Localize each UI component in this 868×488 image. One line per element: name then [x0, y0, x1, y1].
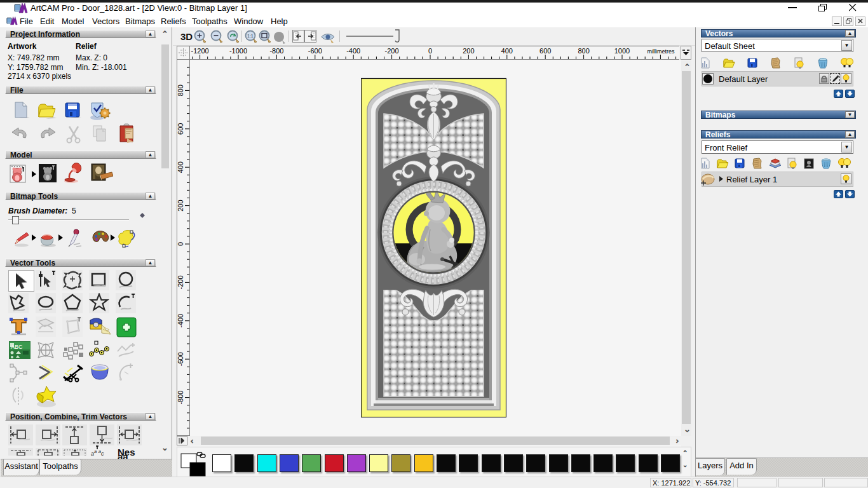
svg-text:-800: -800 [269, 47, 283, 55]
svg-text:-200: -200 [385, 47, 399, 55]
svg-text:-600: -600 [177, 352, 184, 366]
svg-text:200: 200 [463, 47, 474, 55]
svg-text:-600: -600 [308, 47, 322, 55]
svg-text:1:1: 1:1 [247, 34, 254, 38]
svg-text:600: 600 [539, 47, 551, 55]
svg-text:0: 0 [428, 47, 432, 55]
svg-text:400: 400 [177, 161, 184, 173]
svg-text:-1200: -1200 [191, 47, 209, 55]
svg-text:-1000: -1000 [229, 47, 247, 55]
svg-text:800: 800 [177, 85, 184, 96]
svg-text:-200: -200 [177, 275, 184, 289]
svg-text:0: 0 [177, 242, 184, 246]
svg-text:200: 200 [177, 200, 184, 211]
svg-text:800: 800 [578, 47, 589, 55]
svg-text:1000: 1000 [614, 47, 630, 55]
svg-text:ABC: ABC [11, 344, 23, 350]
svg-text:-400: -400 [346, 47, 360, 55]
svg-text:400: 400 [501, 47, 513, 55]
svg-text:-800: -800 [177, 391, 184, 405]
svg-text:600: 600 [177, 123, 184, 135]
svg-text:-400: -400 [177, 314, 184, 328]
svg-text:millimetres: millimetres [647, 48, 675, 55]
